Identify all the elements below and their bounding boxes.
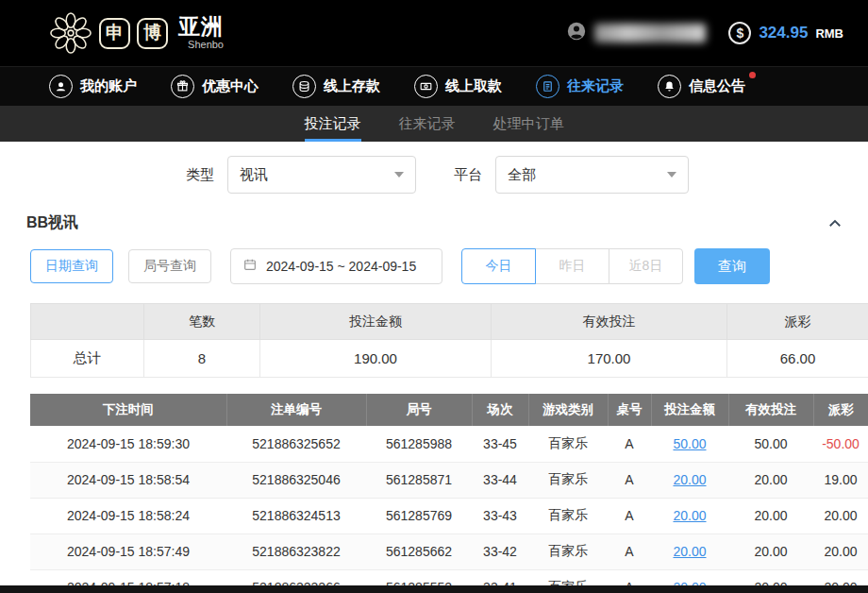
search-button[interactable]: 查询 <box>694 248 770 284</box>
table-row: 2024-09-15 18:57:49 521886323822 5612856… <box>30 534 868 569</box>
col-header-session: 场次 <box>472 394 528 426</box>
bet-amount-cell: 20.00 <box>651 534 728 569</box>
col-header-valid-bet: 有效投注 <box>728 394 813 426</box>
summary-header-bet-amount: 投注金额 <box>260 304 492 340</box>
game-type-cell: 百家乐 <box>528 462 608 498</box>
platform-label: 平台 <box>454 166 482 184</box>
bet-time-cell: 2024-09-15 18:58:24 <box>30 498 226 534</box>
bet-amount-link[interactable]: 20.00 <box>673 508 706 523</box>
col-header-round: 局号 <box>366 394 472 426</box>
date-query-button[interactable]: 日期查询 <box>30 249 113 283</box>
round-cell: 561285871 <box>366 462 472 498</box>
brand-logo[interactable]: 申 博 亚洲 Shenbo <box>49 11 224 55</box>
collapse-section-button[interactable] <box>826 215 843 232</box>
tab-transaction-records[interactable]: 往来记录 <box>399 106 456 142</box>
balance-amount: 324.95 <box>759 24 808 42</box>
chevron-down-icon <box>394 172 404 178</box>
bet-amount-link[interactable]: 20.00 <box>673 544 706 559</box>
summary-header-payout: 派彩 <box>727 304 868 340</box>
logo-char-2: 博 <box>143 21 161 45</box>
summary-total-row: 总计 8 190.00 170.00 66.00 <box>31 340 868 378</box>
col-header-payout: 派彩 <box>813 394 868 426</box>
bet-amount-cell: 50.00 <box>651 426 728 462</box>
round-cell: 561285988 <box>366 426 472 462</box>
valid-bet-cell: 20.00 <box>728 462 813 498</box>
quick-date-group: 今日 昨日 近8日 <box>461 248 683 284</box>
bet-table-header-row: 下注时间 注单编号 局号 场次 游戏类别 桌号 投注金额 有效投注 派彩 <box>30 394 868 426</box>
gift-icon <box>171 75 194 98</box>
payout-cell: -50.00 <box>813 426 868 462</box>
tab-processing-orders[interactable]: 处理中订单 <box>493 106 564 142</box>
payout-cell: 20.00 <box>813 534 868 569</box>
round-query-button[interactable]: 局号查询 <box>128 249 211 283</box>
nav-label: 信息公告 <box>689 77 745 95</box>
nav-label: 往来记录 <box>567 77 624 95</box>
col-header-bet-time: 下注时间 <box>30 394 226 426</box>
table-no-cell: A <box>608 426 651 462</box>
game-type-cell: 百家乐 <box>528 534 608 569</box>
logo-brand: Shenbo <box>188 40 224 50</box>
summary-table: 笔数 投注金额 有效投注 派彩 总计 8 190.00 170.00 66.00 <box>30 303 868 378</box>
table-row: 2024-09-15 18:59:30 521886325652 5612859… <box>30 426 868 462</box>
summary-header-count: 笔数 <box>144 304 260 340</box>
nav-item-withdraw[interactable]: 线上取款 <box>414 75 502 98</box>
tab-label: 往来记录 <box>399 115 456 133</box>
section-title: BB视讯 <box>26 213 78 233</box>
bet-amount-link[interactable]: 20.00 <box>673 472 706 487</box>
col-header-game-type: 游戏类别 <box>528 394 608 426</box>
flower-logo-icon <box>49 11 92 55</box>
bet-amount-link[interactable]: 50.00 <box>673 436 706 451</box>
session-cell: 33-45 <box>472 426 528 462</box>
calendar-icon <box>242 257 258 276</box>
footer-strip <box>0 585 868 593</box>
round-cell: 561285769 <box>366 498 472 534</box>
nav-item-deposit[interactable]: 线上存款 <box>292 75 380 98</box>
type-select[interactable]: 视讯 <box>227 156 416 194</box>
tab-label: 处理中订单 <box>493 115 564 133</box>
top-header: 申 博 亚洲 Shenbo $ 324.95 <box>0 0 868 66</box>
section-head: BB视讯 <box>0 208 868 243</box>
tab-betting-records[interactable]: 投注记录 <box>305 106 361 142</box>
summary-count: 8 <box>144 340 260 378</box>
col-header-bet-id: 注单编号 <box>226 394 366 426</box>
bet-id-cell: 521886325046 <box>226 462 366 498</box>
bet-amount-cell: 20.00 <box>651 498 728 534</box>
today-button[interactable]: 今日 <box>461 248 536 284</box>
bet-id-cell: 521886325652 <box>226 426 366 462</box>
valid-bet-cell: 20.00 <box>728 498 813 534</box>
date-range-input[interactable]: 2024-09-15 ~ 2024-09-15 <box>230 248 442 284</box>
user-account-chip[interactable] <box>566 21 706 45</box>
bet-records-table: 下注时间 注单编号 局号 场次 游戏类别 桌号 投注金额 有效投注 派彩 202… <box>30 394 868 593</box>
query-toolbar: 日期查询 局号查询 2024-09-15 ~ 2024-09-15 今日 昨日 … <box>0 243 868 303</box>
nav-item-announcements[interactable]: 信息公告 <box>658 75 745 98</box>
balance-display[interactable]: $ 324.95 RMB <box>728 22 843 44</box>
bell-icon <box>658 75 681 98</box>
bet-time-cell: 2024-09-15 18:57:49 <box>30 534 226 569</box>
platform-select-value: 全部 <box>508 166 536 184</box>
nav-item-my-account[interactable]: 我的账户 <box>49 75 137 98</box>
summary-valid-bet: 170.00 <box>492 340 727 378</box>
bet-amount-cell: 20.00 <box>651 462 728 498</box>
summary-header-row: 笔数 投注金额 有效投注 派彩 <box>31 304 868 340</box>
bet-id-cell: 521886323822 <box>226 534 366 569</box>
deposit-icon <box>292 75 316 98</box>
platform-select[interactable]: 全部 <box>495 156 689 194</box>
summary-header-empty <box>31 304 144 340</box>
tab-label: 投注记录 <box>305 115 361 133</box>
subnav: 投注记录 往来记录 处理中订单 <box>0 106 868 142</box>
nav-item-promotions[interactable]: 优惠中心 <box>171 75 259 98</box>
dollar-icon: $ <box>728 22 751 44</box>
records-icon <box>536 75 559 98</box>
last-8-days-button[interactable]: 近8日 <box>609 248 683 284</box>
round-cell: 561285662 <box>366 534 472 569</box>
summary-total-label: 总计 <box>31 340 144 378</box>
username-blurred <box>594 24 706 42</box>
user-avatar-icon <box>566 21 587 45</box>
bet-time-cell: 2024-09-15 18:59:30 <box>30 426 226 462</box>
yesterday-button[interactable]: 昨日 <box>535 248 609 284</box>
balance-currency: RMB <box>815 26 843 41</box>
nav-item-transaction-records[interactable]: 往来记录 <box>536 75 624 98</box>
game-type-cell: 百家乐 <box>528 426 608 462</box>
session-cell: 33-42 <box>472 534 528 569</box>
table-no-cell: A <box>608 498 651 534</box>
